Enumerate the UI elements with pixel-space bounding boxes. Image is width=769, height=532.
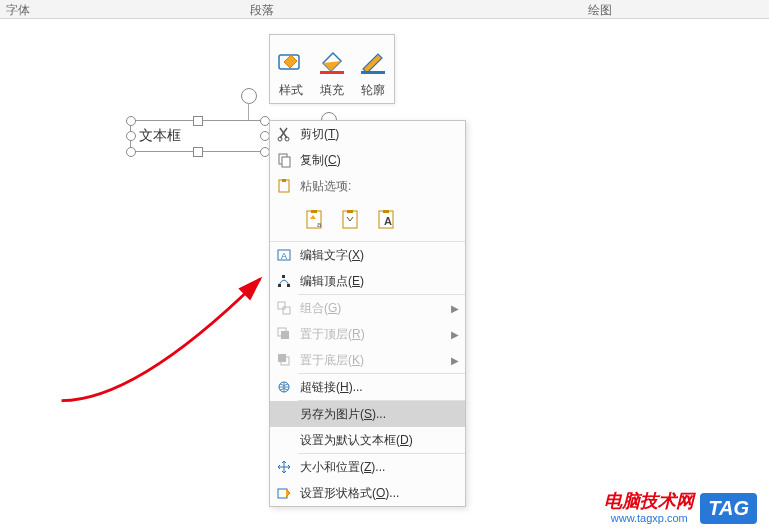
svg-text:A: A [281,251,287,261]
outline-button[interactable]: 轮廓 [352,35,393,103]
menu-cut[interactable]: 剪切(T) [270,121,465,147]
svg-rect-26 [278,354,286,362]
menu-bring-front[interactable]: 置于顶层(R) ▶ [270,321,465,347]
svg-rect-2 [361,71,385,74]
group-icon [270,300,298,316]
watermark-url: www.tagxp.com [611,512,688,524]
outline-icon [357,44,389,80]
ribbon-tab-paragraph[interactable]: 段落 [250,2,274,19]
svg-rect-6 [282,157,290,167]
resize-handle[interactable] [126,116,136,126]
hyperlink-icon [270,379,298,395]
ribbon-tab-drawing[interactable]: 绘图 [588,2,612,19]
ribbon-tabs: 字体 段落 绘图 [0,0,769,19]
resize-handle[interactable] [193,116,203,126]
menu-size-position[interactable]: 大小和位置(Z)... [270,454,465,480]
svg-rect-13 [347,210,353,213]
svg-rect-12 [343,211,357,228]
svg-rect-22 [278,302,285,309]
format-shape-icon [270,485,298,501]
svg-rect-23 [283,307,290,314]
fill-button[interactable]: 填充 [311,35,352,103]
menu-format-shape[interactable]: 设置形状格式(O)... [270,480,465,506]
outline-label: 轮廓 [361,82,385,99]
chevron-right-icon: ▶ [451,329,459,340]
menu-edit-points[interactable]: 编辑顶点(E) [270,268,465,294]
rotate-handle-icon[interactable] [241,88,257,104]
svg-rect-15 [383,210,389,213]
svg-text:a: a [317,220,322,229]
size-position-icon [270,459,298,475]
resize-handle[interactable] [126,131,136,141]
svg-rect-20 [287,284,290,287]
watermark-title: 电脑技术网 [604,492,694,512]
menu-hyperlink[interactable]: 超链接(H)... [270,374,465,400]
edit-text-icon: A [270,247,298,263]
menu-edit-text[interactable]: A 编辑文字(X) [270,242,465,268]
resize-handle[interactable] [126,147,136,157]
svg-rect-21 [282,275,285,278]
textbox-text: 文本框 [139,127,181,145]
svg-rect-1 [320,71,344,74]
svg-text:A: A [384,215,392,227]
fill-label: 填充 [320,82,344,99]
chevron-right-icon: ▶ [451,355,459,366]
paste-option-source[interactable]: a [300,205,330,235]
style-label: 样式 [279,82,303,99]
menu-group: 组合(G) ▶ [270,295,465,321]
send-back-icon [270,352,298,368]
bring-front-icon [270,326,298,342]
chevron-right-icon: ▶ [451,303,459,314]
style-button[interactable]: 样式 [270,35,311,103]
annotation-arrow [45,260,275,410]
cut-icon [270,126,298,142]
menu-copy[interactable]: 复制(C) [270,147,465,173]
rotate-stem [248,103,249,121]
watermark-tag: TAG [700,493,757,524]
menu-save-as-picture[interactable]: 另存为图片(S)... [270,401,465,427]
paste-icon [270,178,298,194]
menu-paste-header: 粘贴选项: [270,173,465,199]
context-menu: 剪切(T) 复制(C) 粘贴选项: a A A 编辑文字(X) [269,120,466,507]
paste-option-merge[interactable] [336,205,366,235]
menu-send-back[interactable]: 置于底层(K) ▶ [270,347,465,373]
paste-options-row: a A [270,199,465,241]
mini-toolbar: 样式 填充 轮廓 [269,34,395,104]
paste-option-text[interactable]: A [372,205,402,235]
resize-handle[interactable] [193,147,203,157]
edit-points-icon [270,273,298,289]
svg-rect-24 [281,331,289,339]
fill-icon [316,44,348,80]
watermark: 电脑技术网 www.tagxp.com TAG [604,492,757,524]
svg-rect-8 [282,179,286,182]
ribbon-tab-font[interactable]: 字体 [6,2,30,19]
svg-rect-10 [311,210,317,213]
menu-set-default-textbox[interactable]: 设置为默认文本框(D) [270,427,465,453]
svg-rect-19 [278,284,281,287]
copy-icon [270,152,298,168]
style-icon [275,44,307,80]
